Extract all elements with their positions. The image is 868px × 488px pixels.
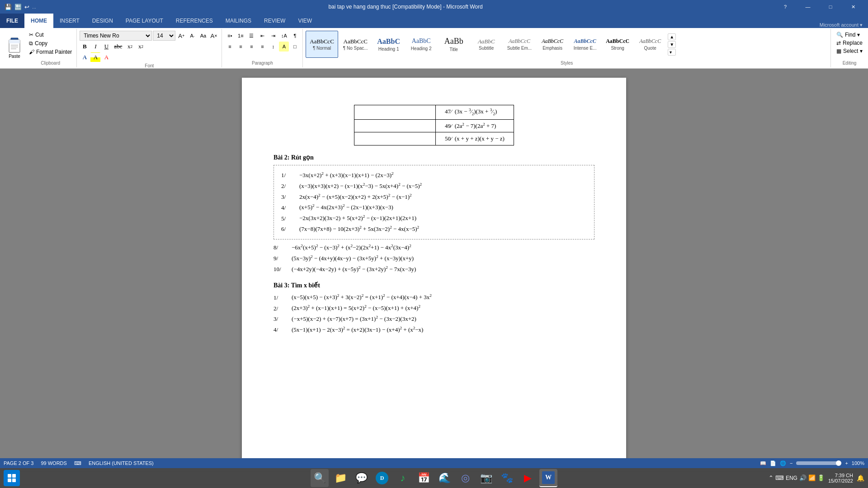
taskbar-app1[interactable]: 📅 xyxy=(415,469,433,487)
show-marks-button[interactable]: ¶ xyxy=(290,31,300,41)
text-effects-button[interactable]: A xyxy=(80,52,90,62)
tab-file[interactable]: FILE xyxy=(0,14,24,28)
highlight-color-button[interactable]: A xyxy=(90,52,100,62)
chevron-up-icon[interactable]: ⌃ xyxy=(769,474,774,482)
taskbar-camera[interactable]: 📷 xyxy=(477,469,495,487)
format-painter-button[interactable]: 🖌 Format Painter xyxy=(27,48,74,56)
battery-icon[interactable]: 🔋 xyxy=(817,474,825,482)
style-normal[interactable]: AaBbCcC ¶ Normal xyxy=(306,31,338,58)
copy-button[interactable]: ⧉ Copy xyxy=(27,39,74,47)
cut-button[interactable]: ✂ Cut xyxy=(27,31,74,39)
font-grow-button[interactable]: A+ xyxy=(176,31,186,41)
style-heading2[interactable]: AaBbC Heading 2 xyxy=(406,31,437,58)
zoom-out-button[interactable]: − xyxy=(790,460,793,466)
zoom-slider[interactable] xyxy=(796,461,841,465)
taskbar-discord[interactable]: ◎ xyxy=(456,469,474,487)
bai3-title-text: Bài 3 xyxy=(274,282,288,289)
style-normal-label: ¶ Normal xyxy=(313,46,331,51)
italic-button[interactable]: I xyxy=(90,42,100,52)
numbering-button[interactable]: 1≡ xyxy=(236,31,245,41)
sort-button[interactable]: ↕A xyxy=(279,31,289,41)
styles-more-button[interactable]: ▾ xyxy=(668,49,676,56)
align-center-button[interactable]: ≡ xyxy=(236,42,245,52)
taskbar-search[interactable]: 🔍 xyxy=(311,469,329,487)
line-spacing-button[interactable]: ↕ xyxy=(268,42,278,52)
zoom-in-button[interactable]: + xyxy=(845,460,848,466)
speaker-icon[interactable]: 🔊 xyxy=(799,474,807,482)
select-button[interactable]: ▦ Select ▾ xyxy=(834,47,865,55)
tab-mailings[interactable]: MAILINGS xyxy=(219,14,258,28)
select-icon: ▦ xyxy=(836,48,841,54)
superscript-button[interactable]: x2 xyxy=(136,42,146,52)
help-button[interactable]: ? xyxy=(775,0,796,14)
align-right-button[interactable]: ≡ xyxy=(246,42,256,52)
read-mode-button[interactable]: 📖 xyxy=(760,460,766,466)
paste-icon xyxy=(6,38,23,54)
style-quote[interactable]: AaBbCcC Quote xyxy=(634,31,666,58)
tab-design[interactable]: DESIGN xyxy=(86,14,119,28)
clock[interactable]: 7:39 CH 15/07/2022 xyxy=(828,473,853,483)
style-subtitle[interactable]: AaBbC Subtitle xyxy=(471,31,502,58)
style-heading1[interactable]: AaBbC Heading 1 xyxy=(373,31,405,58)
styles-down-button[interactable]: ▼ xyxy=(668,41,676,48)
keyboard-icon[interactable]: ⌨ xyxy=(775,474,784,482)
tab-review[interactable]: REVIEW xyxy=(258,14,292,28)
subscript-button[interactable]: x2 xyxy=(125,42,135,52)
change-case-button[interactable]: Aa xyxy=(198,31,208,41)
font-size-select[interactable]: 14 xyxy=(153,31,175,41)
style-intense-e-label: Intense E... xyxy=(574,46,597,51)
tab-page-layout[interactable]: PAGE LAYOUT xyxy=(119,14,170,28)
document[interactable]: 47⁄ (3x − 3⁄2)(3x + 3⁄2) 49⁄ (2a2 − 7)(2… xyxy=(242,78,626,458)
strikethrough-button[interactable]: abc xyxy=(112,42,124,52)
network-icon[interactable]: 📶 xyxy=(808,474,816,482)
taskbar-youtube[interactable]: ▶ xyxy=(519,469,537,487)
font-name-select[interactable]: Times New Ro xyxy=(80,31,152,41)
style-no-spacing-preview: AaBbCcC xyxy=(344,38,368,45)
style-subtle-em[interactable]: AaBbCcC Subtle Em... xyxy=(503,31,536,58)
paste-button[interactable]: Paste xyxy=(3,31,26,66)
print-layout-button[interactable]: 📄 xyxy=(770,460,776,466)
style-no-spacing[interactable]: AaBbCcC ¶ No Spac... xyxy=(339,31,372,58)
notification-icon[interactable]: 🔔 xyxy=(857,474,864,482)
font-shrink-button[interactable]: A- xyxy=(187,31,197,41)
document-container[interactable]: 47⁄ (3x − 3⁄2)(3x + 3⁄2) 49⁄ (2a2 − 7)(2… xyxy=(72,69,796,458)
minimize-button[interactable]: — xyxy=(797,0,818,14)
shading-button[interactable]: A xyxy=(279,42,289,52)
tab-insert[interactable]: INSERT xyxy=(53,14,86,28)
styles-up-button[interactable]: ▲ xyxy=(668,33,676,40)
font-color-button[interactable]: A xyxy=(101,52,111,62)
bullets-button[interactable]: ≡• xyxy=(225,31,235,41)
tab-view[interactable]: VIEW xyxy=(292,14,318,28)
taskbar-chat[interactable]: 💬 xyxy=(352,469,370,487)
increase-indent-button[interactable]: ⇥ xyxy=(268,31,278,41)
taskbar-files[interactable]: 📁 xyxy=(331,469,349,487)
replace-button[interactable]: ⇄ Replace xyxy=(834,39,865,47)
style-title[interactable]: AaBb Title xyxy=(438,31,470,58)
underline-button[interactable]: U xyxy=(101,42,111,52)
bold-button[interactable]: B xyxy=(80,42,90,52)
taskbar-app2[interactable]: 🐾 xyxy=(498,469,516,487)
copy-icon: ⧉ xyxy=(29,40,33,47)
align-left-button[interactable]: ≡ xyxy=(225,42,235,52)
justify-button[interactable]: ≡ xyxy=(257,42,267,52)
zoom-thumb xyxy=(836,460,841,466)
web-layout-button[interactable]: 🌐 xyxy=(780,460,786,466)
start-button[interactable] xyxy=(4,470,20,486)
taskbar-edge[interactable]: 🌊 xyxy=(435,469,453,487)
style-strong[interactable]: AaBbCcC Strong xyxy=(602,31,633,58)
tab-references[interactable]: REFERENCES xyxy=(170,14,219,28)
style-emphasis[interactable]: AaBbCcC Emphasis xyxy=(537,31,568,58)
multilevel-button[interactable]: ☰ xyxy=(246,31,256,41)
find-button[interactable]: 🔍 Find ▾ xyxy=(834,31,865,39)
maximize-button[interactable]: □ xyxy=(820,0,841,14)
style-intense-e[interactable]: AaBbCcC Intense E... xyxy=(569,31,601,58)
taskbar-word[interactable]: W xyxy=(539,469,557,487)
tab-home[interactable]: HOME xyxy=(24,14,53,28)
taskbar-dell[interactable]: D xyxy=(373,469,391,487)
borders-button[interactable]: □ xyxy=(290,42,300,52)
close-button[interactable]: ✕ xyxy=(843,0,863,14)
decrease-indent-button[interactable]: ⇤ xyxy=(257,31,267,41)
clear-format-button[interactable]: A✕ xyxy=(209,31,219,41)
style-no-spacing-label: ¶ No Spac... xyxy=(343,46,368,51)
taskbar-spotify[interactable]: ♪ xyxy=(394,469,412,487)
